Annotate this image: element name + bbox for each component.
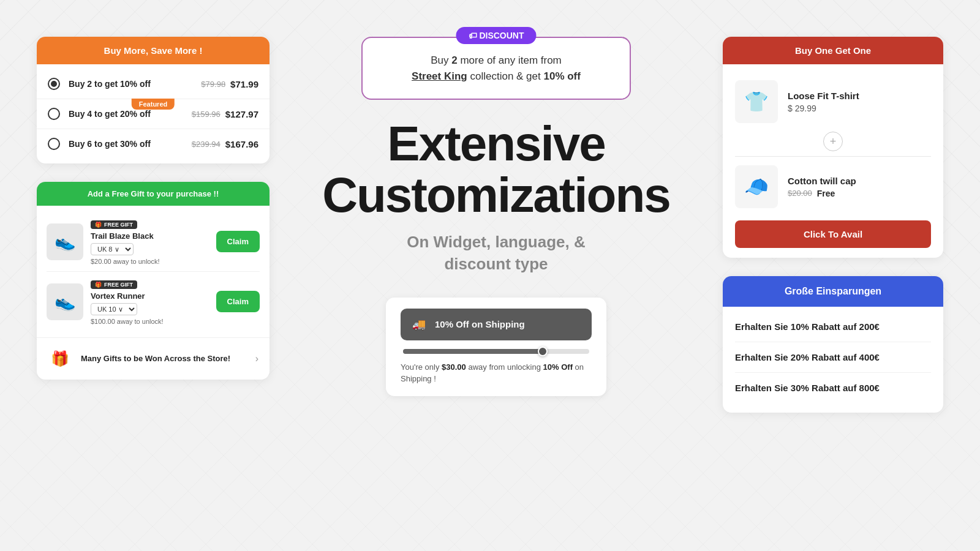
product-free-price: Free bbox=[817, 189, 835, 198]
radio-unchecked-3 bbox=[48, 138, 60, 150]
gift-badge-icon: 🎁 bbox=[95, 222, 102, 228]
gift-name-2: Vortex Runner bbox=[91, 291, 209, 301]
gift-badge-text-2: FREE GIFT bbox=[104, 282, 133, 288]
buy-more-options: Buy 2 to get 10% off $79.98 $71.99 Featu… bbox=[37, 64, 270, 163]
product-info-2: Cotton twill cap $20.00 Free bbox=[788, 176, 856, 198]
discount-text: Buy 2 more of any item from Street King … bbox=[387, 53, 605, 84]
gift-name-1: Trail Blaze Black bbox=[91, 231, 209, 241]
bogo-widget: Buy One Get One 👕 Loose Fit T-shirt $ 29… bbox=[723, 37, 943, 258]
buy-option-2[interactable]: Featured Buy 4 to get 20% off $159.96 $1… bbox=[37, 99, 270, 129]
gift-item-2: 👟 🎁 FREE GIFT Vortex Runner UK 10 ∨ $100… bbox=[47, 272, 260, 331]
option-1-original: $79.98 bbox=[201, 80, 225, 89]
bogo-product-2: 🧢 Cotton twill cap $20.00 Free bbox=[735, 159, 931, 214]
buy-more-header: Buy More, Save More ! bbox=[37, 37, 270, 64]
product-img-2: 🧢 bbox=[735, 165, 778, 208]
gift-size-select-1[interactable]: UK 8 ∨ bbox=[91, 243, 134, 255]
shipping-amount: $30.00 bbox=[442, 362, 466, 372]
savings-widget: Große Einsparungen Erhalten Sie 10% Raba… bbox=[723, 276, 943, 413]
savings-item-1: Erhalten Sie 10% Rabatt auf 200€ bbox=[735, 312, 931, 342]
truck-icon: 🚚 bbox=[410, 316, 428, 333]
price-row-2: $20.00 Free bbox=[788, 189, 856, 198]
gift-unlock-2: $100.00 away to unlock! bbox=[91, 318, 209, 325]
buy-option-3[interactable]: Buy 6 to get 30% off $239.94 $167.96 bbox=[37, 129, 270, 159]
free-gift-widget: Add a Free Gift to your purchase !! 👟 🎁 … bbox=[37, 182, 270, 380]
gift-badge-2: 🎁 FREE GIFT bbox=[91, 280, 137, 289]
product-name-2: Cotton twill cap bbox=[788, 176, 856, 186]
option-3-original: $239.94 bbox=[192, 140, 221, 149]
option-1-label: Buy 2 to get 10% off bbox=[69, 79, 201, 89]
main-subtitle: On Widget, language, &discount type bbox=[322, 231, 670, 276]
option-1-sale: $71.99 bbox=[230, 79, 258, 89]
gift-info-1: 🎁 FREE GIFT Trail Blaze Black UK 8 ∨ $20… bbox=[91, 218, 209, 265]
shipping-discount: 10% Off bbox=[543, 362, 573, 372]
featured-badge: Featured bbox=[132, 99, 175, 110]
discount-banner: 🏷 DISCOUNT Buy 2 more of any item from S… bbox=[361, 37, 631, 100]
savings-body: Erhalten Sie 10% Rabatt auf 200€ Erhalte… bbox=[723, 307, 943, 413]
many-gifts-row[interactable]: 🎁 Many Gifts to be Won Across the Store!… bbox=[37, 337, 270, 380]
gift-badge-text: FREE GIFT bbox=[104, 222, 133, 228]
product-name-1: Loose Fit T-shirt bbox=[788, 91, 859, 101]
shoe-icon-2: 👟 bbox=[47, 283, 83, 320]
progress-bar bbox=[403, 349, 589, 354]
claim-btn-1[interactable]: Claim bbox=[216, 231, 260, 252]
radio-unchecked-2 bbox=[48, 108, 60, 120]
gift-size-select-2[interactable]: UK 10 ∨ bbox=[91, 303, 137, 315]
shipping-widget: 🚚 10% Off on Shipping You're only $30.00… bbox=[386, 298, 606, 396]
option-3-prices: $239.94 $167.96 bbox=[192, 139, 258, 149]
savings-header: Große Einsparungen bbox=[723, 276, 943, 307]
progress-thumb bbox=[538, 347, 548, 356]
gift-img-2: 👟 bbox=[47, 283, 83, 320]
chevron-right-icon: › bbox=[255, 353, 258, 364]
discount-qty: 2 bbox=[451, 54, 457, 66]
shipping-desc: You're only $30.00 away from unlocking 1… bbox=[401, 361, 592, 385]
buy-option-1[interactable]: Buy 2 to get 10% off $79.98 $71.99 bbox=[37, 69, 270, 99]
gift-unlock-1: $20.00 away to unlock! bbox=[91, 258, 209, 265]
buy-more-widget: Buy More, Save More ! Buy 2 to get 10% o… bbox=[37, 37, 270, 163]
product-img-1: 👕 bbox=[735, 80, 778, 123]
option-2-label: Buy 4 to get 20% off bbox=[69, 109, 192, 119]
progress-fill bbox=[403, 349, 543, 354]
gift-badge-1: 🎁 FREE GIFT bbox=[91, 220, 137, 229]
bogo-divider: + bbox=[735, 129, 931, 154]
bogo-product-1: 👕 Loose Fit T-shirt $ 29.99 bbox=[735, 74, 931, 129]
click-to-avail-button[interactable]: Click To Avail bbox=[735, 220, 931, 248]
left-column: Buy More, Save More ! Buy 2 to get 10% o… bbox=[37, 37, 270, 380]
many-gifts-icon: 🎁 bbox=[48, 347, 72, 371]
gift-badge-icon-2: 🎁 bbox=[95, 282, 102, 288]
radio-selected bbox=[48, 78, 60, 90]
bogo-body: 👕 Loose Fit T-shirt $ 29.99 + 🧢 Cotton t… bbox=[723, 64, 943, 258]
option-1-prices: $79.98 $71.99 bbox=[201, 79, 258, 89]
gift-img-1: 👟 bbox=[47, 223, 83, 260]
option-2-sale: $127.97 bbox=[225, 109, 258, 119]
plus-icon: + bbox=[823, 132, 843, 151]
main-heading: Extensive Customizations On Widget, lang… bbox=[322, 118, 670, 276]
shipping-header: 🚚 10% Off on Shipping bbox=[401, 309, 592, 340]
product-price-1: $ 29.99 bbox=[788, 103, 859, 113]
discount-amount: 10% off bbox=[543, 70, 580, 82]
gift-item-1: 👟 🎁 FREE GIFT Trail Blaze Black UK 8 ∨ $… bbox=[47, 212, 260, 272]
option-2-prices: $159.96 $127.97 bbox=[192, 109, 258, 119]
shoe-icon-1: 👟 bbox=[47, 223, 83, 260]
product-info-1: Loose Fit T-shirt $ 29.99 bbox=[788, 91, 859, 113]
main-title-line1: Extensive bbox=[322, 118, 670, 170]
bogo-header: Buy One Get One bbox=[723, 37, 943, 64]
main-title-line2: Customizations bbox=[322, 170, 670, 221]
free-gift-header: Add a Free Gift to your purchase !! bbox=[37, 182, 270, 206]
option-2-original: $159.96 bbox=[192, 110, 221, 119]
right-column: Buy One Get One 👕 Loose Fit T-shirt $ 29… bbox=[723, 37, 943, 413]
option-3-sale: $167.96 bbox=[225, 139, 258, 149]
gift-info-2: 🎁 FREE GIFT Vortex Runner UK 10 ∨ $100.0… bbox=[91, 278, 209, 325]
brand-name: Street King bbox=[412, 70, 467, 82]
savings-item-3: Erhalten Sie 30% Rabatt auf 800€ bbox=[735, 373, 931, 403]
product-original-price-2: $20.00 bbox=[788, 189, 812, 198]
many-gifts-text: Many Gifts to be Won Across the Store! bbox=[81, 353, 247, 364]
center-column: 🏷 DISCOUNT Buy 2 more of any item from S… bbox=[270, 31, 723, 396]
shipping-title: 10% Off on Shipping bbox=[435, 319, 525, 329]
bogo-separator bbox=[735, 156, 931, 157]
option-3-label: Buy 6 to get 30% off bbox=[69, 139, 192, 149]
page-container: Buy More, Save More ! Buy 2 to get 10% o… bbox=[0, 0, 980, 551]
claim-btn-2[interactable]: Claim bbox=[216, 291, 260, 312]
savings-item-2: Erhalten Sie 20% Rabatt auf 400€ bbox=[735, 342, 931, 373]
free-gift-items: 👟 🎁 FREE GIFT Trail Blaze Black UK 8 ∨ $… bbox=[37, 206, 270, 337]
discount-label: 🏷 DISCOUNT bbox=[456, 27, 537, 44]
